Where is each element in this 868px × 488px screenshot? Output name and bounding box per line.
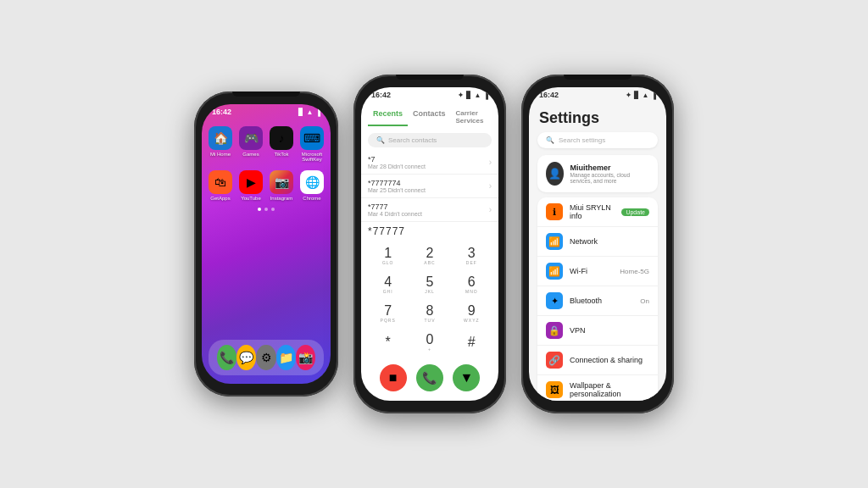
dial-key-2[interactable]: 2ABC bbox=[409, 242, 449, 269]
search-bar-contacts[interactable]: 🔍 Search contacts bbox=[368, 133, 492, 147]
recent-date-3: Mar 4 Didn't connect bbox=[368, 211, 422, 217]
settings-icon-connection: 🔗 bbox=[546, 352, 563, 369]
settings-icon-miui-info: ℹ bbox=[546, 203, 563, 220]
dock-camera[interactable]: 📸 bbox=[296, 345, 315, 370]
settings-label-wallpaper: Wallpaper & personalization bbox=[570, 381, 649, 398]
recent-date-2: Mar 25 Didn't connect bbox=[368, 187, 426, 193]
dial-key-5[interactable]: 5JKL bbox=[409, 271, 449, 298]
search-icon-dialer: 🔍 bbox=[376, 136, 385, 144]
search-placeholder-dialer: Search contacts bbox=[388, 136, 437, 144]
settings-icon-network: 📶 bbox=[546, 233, 563, 250]
dial-key-star[interactable]: * bbox=[368, 329, 408, 356]
home-dock: 📞 💬 ⚙ 📁 📸 bbox=[209, 340, 324, 375]
settings-search-bar[interactable]: 🔍 Search settings bbox=[537, 132, 658, 148]
app-youtube-label: YouTube bbox=[241, 196, 261, 201]
page-dot-1 bbox=[258, 208, 261, 211]
settings-icon-wifi: 📶 bbox=[546, 263, 563, 280]
settings-item-connection[interactable]: 🔗 Connection & sharing bbox=[537, 346, 658, 375]
dialer-tabs: Recents Contacts Carrier Services bbox=[361, 101, 498, 130]
chevron-icon-3: › bbox=[489, 205, 492, 214]
app-games-label: Games bbox=[242, 152, 259, 157]
dial-input-display: *77777 bbox=[361, 222, 498, 239]
app-swiftkey-label: Microsoft SwiftKey bbox=[300, 152, 324, 162]
settings-screen: 16:42 ✦ ▊ ▲ ▐ Settings 🔍 Search settings… bbox=[529, 87, 666, 401]
recent-call-1[interactable]: *7 Mar 28 Didn't connect › bbox=[361, 151, 498, 175]
settings-item-network[interactable]: 📶 Network bbox=[537, 227, 658, 257]
status-bar-settings: 16:42 ✦ ▊ ▲ ▐ bbox=[529, 87, 666, 101]
app-mihome[interactable]: 🏠 Mi Home bbox=[209, 126, 232, 162]
recent-number-3: *7777 bbox=[368, 202, 422, 211]
settings-value-bluetooth: On bbox=[640, 297, 649, 305]
recent-date-1: Mar 28 Didn't connect bbox=[368, 164, 426, 169]
tab-carrier[interactable]: Carrier Services bbox=[451, 108, 492, 126]
settings-profile[interactable]: 👤 Miuithemer Manage accounts, cloud serv… bbox=[537, 155, 658, 192]
app-swiftkey[interactable]: ⌨ Microsoft SwiftKey bbox=[300, 126, 324, 162]
video-call-button[interactable]: ▼ bbox=[453, 364, 480, 391]
status-icons-home: ▊ ▲ ▐ bbox=[298, 108, 320, 116]
bt-icon-settings: ✦ bbox=[626, 92, 632, 99]
settings-label-network: Network bbox=[570, 237, 649, 246]
app-instagram[interactable]: 📷 Instagram bbox=[270, 170, 293, 201]
call-button[interactable]: 📞 bbox=[416, 364, 443, 391]
settings-label-bluetooth: Bluetooth bbox=[570, 297, 633, 305]
status-time-home: 16:42 bbox=[212, 108, 231, 116]
settings-label-connection: Connection & sharing bbox=[570, 356, 649, 364]
dial-key-7[interactable]: 7PQRS bbox=[368, 300, 408, 327]
settings-item-wifi[interactable]: 📶 Wi-Fi Home-5G bbox=[537, 257, 658, 286]
settings-badge-update: Update bbox=[621, 208, 649, 216]
tab-recents[interactable]: Recents bbox=[368, 108, 408, 126]
battery-icon: ▐ bbox=[315, 108, 320, 116]
wifi-icon: ▲ bbox=[306, 108, 313, 116]
app-chrome-label: Chrome bbox=[303, 196, 320, 201]
signal-icon-dialer: ▊ bbox=[466, 92, 471, 99]
app-games[interactable]: 🎮 Games bbox=[239, 126, 263, 162]
wifi-icon-settings: ▲ bbox=[642, 92, 648, 99]
dock-settings[interactable]: ⚙ bbox=[256, 345, 275, 370]
dial-actions: ■ 📞 ▼ bbox=[361, 359, 498, 395]
dial-key-4[interactable]: 4GHI bbox=[368, 271, 408, 298]
status-icons-settings: ✦ ▊ ▲ ▐ bbox=[626, 92, 656, 99]
app-tiktok[interactable]: ♪ TikTok bbox=[270, 126, 293, 162]
settings-label-vpn: VPN bbox=[570, 326, 649, 335]
profile-avatar: 👤 bbox=[546, 162, 564, 186]
phone-dialer: 16:42 ✦ ▊ ▲ ▐ Recents Contacts Carrier S… bbox=[353, 75, 506, 413]
app-tiktok-label: TikTok bbox=[274, 152, 288, 157]
settings-item-vpn[interactable]: 🔒 VPN bbox=[537, 316, 658, 346]
recent-call-3[interactable]: *7777 Mar 4 Didn't connect › bbox=[361, 198, 498, 222]
settings-item-bluetooth[interactable]: ✦ Bluetooth On bbox=[537, 286, 658, 316]
app-getapps[interactable]: 🛍 GetApps bbox=[209, 170, 232, 201]
wifi-icon-dialer: ▲ bbox=[474, 92, 481, 99]
dial-key-hash[interactable]: # bbox=[452, 329, 492, 356]
settings-item-miui-info[interactable]: ℹ Miui SRYLN info Update bbox=[537, 197, 658, 227]
search-icon-settings: 🔍 bbox=[546, 136, 554, 144]
dial-key-9[interactable]: 9WXYZ bbox=[452, 300, 492, 327]
settings-title: Settings bbox=[529, 101, 666, 132]
app-chrome[interactable]: 🌐 Chrome bbox=[300, 170, 324, 201]
phone-settings: 16:42 ✦ ▊ ▲ ▐ Settings 🔍 Search settings… bbox=[521, 75, 674, 413]
dial-key-8[interactable]: 8TUV bbox=[409, 300, 449, 327]
profile-name: Miuithemer bbox=[570, 164, 649, 172]
chevron-icon-1: › bbox=[489, 158, 492, 167]
profile-sub: Manage accounts, cloud services, and mor… bbox=[570, 172, 649, 184]
page-dot-3 bbox=[271, 208, 275, 211]
homescreen-screen: 16:42 ▊ ▲ ▐ 🏠 Mi Home 🎮 Games ♪ TikTok ⌨ bbox=[202, 104, 331, 384]
settings-icon-vpn: 🔒 bbox=[546, 322, 563, 339]
dial-key-0[interactable]: 0+ bbox=[409, 329, 449, 356]
app-getapps-label: GetApps bbox=[210, 196, 230, 201]
dock-phone[interactable]: 📞 bbox=[217, 345, 236, 370]
dock-messages[interactable]: 💬 bbox=[236, 345, 256, 370]
settings-list: ℹ Miui SRYLN info Update 📶 Network 📶 Wi-… bbox=[537, 197, 658, 401]
settings-icon-bluetooth: ✦ bbox=[546, 292, 563, 309]
dial-key-6[interactable]: 6MNO bbox=[452, 271, 492, 298]
dial-key-1[interactable]: 1GLO bbox=[368, 242, 408, 269]
app-grid-row1: 🏠 Mi Home 🎮 Games ♪ TikTok ⌨ Microsoft S… bbox=[202, 118, 331, 167]
recent-call-2[interactable]: *7777774 Mar 25 Didn't connect › bbox=[361, 175, 498, 198]
settings-item-wallpaper[interactable]: 🖼 Wallpaper & personalization bbox=[537, 375, 658, 401]
settings-label-wifi: Wi-Fi bbox=[570, 267, 613, 275]
tab-contacts[interactable]: Contacts bbox=[408, 108, 451, 126]
dial-key-3[interactable]: 3DEF bbox=[452, 242, 492, 269]
app-youtube[interactable]: ▶ YouTube bbox=[239, 170, 263, 201]
voicemail-button[interactable]: ■ bbox=[380, 364, 407, 391]
battery-icon-dialer: ▐ bbox=[483, 92, 488, 99]
dock-files[interactable]: 📁 bbox=[276, 345, 296, 370]
